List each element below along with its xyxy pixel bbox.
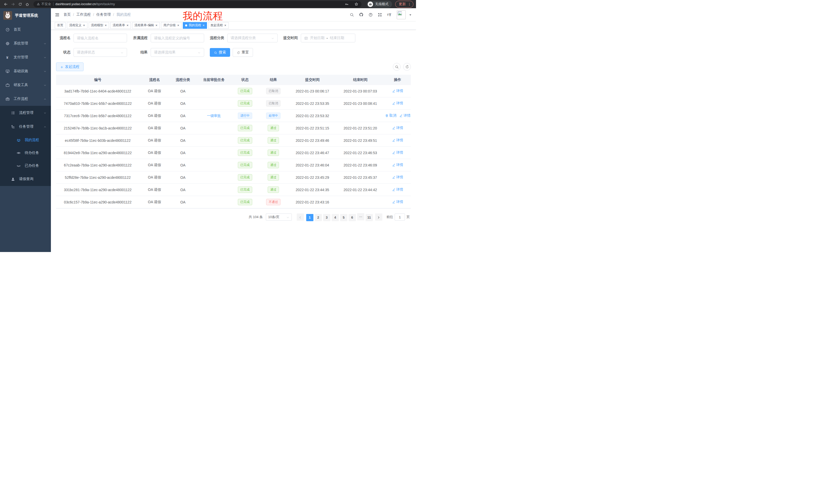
breadcrumb-item[interactable]: 工作流程: [76, 12, 91, 17]
tab-process-def[interactable]: 流程定义×: [67, 22, 87, 29]
sidebar-item-leave-query[interactable]: 请假查询: [0, 172, 51, 186]
refresh-table-button[interactable]: [403, 63, 411, 71]
avatar-caret-down-icon[interactable]: [409, 12, 412, 17]
sidebar-item-label: 支付管理: [14, 55, 28, 60]
detail-action-link[interactable]: 详情: [399, 113, 410, 118]
page-number-button[interactable]: 3: [323, 214, 330, 221]
sidebar-item-home[interactable]: 首页: [0, 23, 51, 36]
help-icon[interactable]: [368, 12, 373, 17]
tab-close-icon[interactable]: ×: [127, 24, 129, 27]
create-process-button[interactable]: 发起流程: [56, 62, 83, 71]
sidebar-toggle-button[interactable]: [55, 12, 60, 17]
detail-action-link[interactable]: 详情: [392, 89, 403, 93]
detail-action-link[interactable]: 详情: [392, 150, 403, 155]
page-size-select[interactable]: 10条/页: [266, 214, 292, 221]
breadcrumb-item[interactable]: 首页: [63, 12, 71, 17]
browser-back-button[interactable]: [3, 1, 9, 7]
detail-action-link[interactable]: 详情: [392, 175, 403, 179]
address-bar[interactable]: 不安全 dashboard.yudao.iocoder.cn/bpm/task/…: [33, 1, 362, 7]
github-icon[interactable]: [359, 12, 364, 17]
cancel-action-link[interactable]: 取消: [385, 113, 396, 118]
page-number-button[interactable]: 5: [340, 214, 347, 221]
process-name: OA 请假: [139, 101, 170, 106]
task-link[interactable]: 一级审批: [207, 114, 221, 118]
sidebar-item-process-mgmt[interactable]: 流程管理: [0, 106, 51, 120]
sidebar-item-devtools[interactable]: 研发工具: [0, 78, 51, 92]
tab-user-group[interactable]: 用户分组×: [161, 22, 182, 29]
browser-home-button[interactable]: [24, 1, 30, 7]
browser-menu-kebab-icon: [408, 2, 411, 6]
page-number-button[interactable]: 4: [332, 214, 339, 221]
tab-my-process[interactable]: 我的流程×: [183, 22, 207, 29]
process-name-input[interactable]: [74, 34, 127, 43]
bookmark-star-icon[interactable]: [354, 2, 358, 6]
page-number-button[interactable]: 2: [315, 214, 322, 221]
tab-close-icon[interactable]: ×: [225, 24, 227, 27]
chevron-up-icon: [44, 125, 47, 129]
sidebar-item-workflow[interactable]: 工作流程: [0, 92, 51, 106]
show-search-button[interactable]: [393, 63, 400, 71]
pagination: 共 104 条 10条/页 12345611 前往 页: [56, 213, 411, 221]
annotation-overlay-text: 我的流程: [183, 9, 223, 23]
breadcrumb-item[interactable]: 任务管理: [97, 12, 111, 17]
app-logo[interactable]: 芋道管理系统: [0, 8, 51, 23]
detail-action-link[interactable]: 详情: [392, 125, 403, 130]
process-category: OA: [170, 102, 197, 106]
sidebar-item-task-mgmt[interactable]: 任务管理: [0, 120, 51, 134]
detail-action-link[interactable]: 详情: [392, 138, 403, 143]
tab-home[interactable]: 首页: [55, 22, 66, 29]
browser-forward-button[interactable]: [10, 1, 16, 7]
search-button[interactable]: 搜索: [210, 48, 230, 57]
column-header: 结束时间: [336, 78, 384, 82]
password-key-icon[interactable]: [345, 2, 349, 6]
prev-page-button[interactable]: [297, 214, 304, 221]
tab-process-model[interactable]: 流程模型×: [89, 22, 109, 29]
not-secure-label: 不安全: [42, 2, 51, 6]
browser-update-button[interactable]: 更新: [395, 1, 413, 8]
browser-reload-button[interactable]: [17, 1, 23, 7]
page-number-button[interactable]: 6: [349, 214, 356, 221]
table-row: 819442e8-7b9a-11ec-a290-acde48001122OA 请…: [56, 147, 411, 159]
submit-time-range-picker[interactable]: 开始日期 - 结束日期: [301, 34, 355, 43]
detail-action-link[interactable]: 详情: [392, 187, 403, 192]
status-badge: 已完成: [238, 100, 252, 107]
tab-process-form-edit[interactable]: 流程表单-编辑×: [132, 22, 160, 29]
result-select[interactable]: 请选择流结果: [151, 48, 204, 57]
sidebar-item-system[interactable]: 系统管理: [0, 36, 51, 50]
app-title: 芋道管理系统: [15, 13, 38, 18]
page-number-button[interactable]: 11: [366, 214, 373, 221]
font-size-icon[interactable]: TT: [387, 12, 392, 17]
detail-action-link[interactable]: 详情: [392, 163, 403, 167]
process-definition-input[interactable]: [151, 34, 204, 43]
browser-menu-icon[interactable]: [408, 2, 411, 6]
reset-button[interactable]: 重置: [233, 48, 253, 57]
page-number-button[interactable]: 1: [306, 214, 313, 221]
edit-icon: [392, 102, 395, 105]
process-id: 03c6c157-7b9a-11ec-a290-acde48001122: [56, 200, 139, 204]
top-navbar: 首页/工作流程/任务管理/我的流程 TT: [51, 8, 416, 21]
status-select[interactable]: 请选择状态: [74, 48, 127, 57]
tab-close-icon[interactable]: ×: [203, 24, 205, 27]
plus-icon: [60, 65, 63, 69]
tab-process-form[interactable]: 流程表单×: [110, 22, 131, 29]
tab-start-process[interactable]: 发起流程×: [208, 22, 229, 29]
goto-page-input[interactable]: [395, 214, 405, 221]
edit-icon: [392, 89, 395, 93]
tab-close-icon[interactable]: ×: [177, 24, 179, 27]
process-category-select[interactable]: 请选择流程分类: [227, 34, 278, 43]
sidebar-item-my-process[interactable]: 我的流程: [0, 134, 51, 146]
tab-close-icon[interactable]: ×: [105, 24, 107, 27]
detail-action-link[interactable]: 详情: [392, 200, 403, 204]
search-icon[interactable]: [350, 12, 354, 17]
sidebar-item-infra[interactable]: 基础设施: [0, 64, 51, 78]
tab-close-icon[interactable]: ×: [83, 24, 85, 27]
next-page-button[interactable]: [375, 214, 382, 221]
avatar[interactable]: [397, 10, 406, 19]
pagination-more-icon[interactable]: [357, 213, 364, 220]
sidebar-item-todo-task[interactable]: 待办任务: [0, 146, 51, 159]
sidebar-item-done-task[interactable]: 已办任务: [0, 159, 51, 172]
fullscreen-icon[interactable]: [378, 12, 382, 17]
sidebar-item-payment[interactable]: ¥支付管理: [0, 50, 51, 64]
tab-close-icon[interactable]: ×: [156, 24, 158, 27]
detail-action-link[interactable]: 详情: [392, 101, 403, 106]
